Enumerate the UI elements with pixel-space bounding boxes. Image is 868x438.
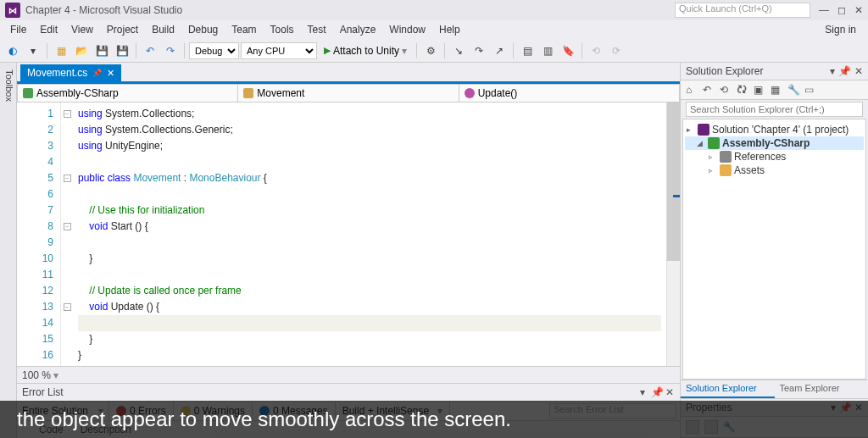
menu-project[interactable]: Project [100,22,145,37]
menu-tools[interactable]: Tools [264,22,301,37]
menu-edit[interactable]: Edit [33,22,64,37]
csharp-project-icon [708,137,720,149]
close-panel-icon[interactable]: ✕ [665,386,675,398]
step-out-icon[interactable]: ↗ [490,42,509,60]
menu-build[interactable]: Build [145,22,181,37]
close-icon[interactable]: ✕ [854,4,863,16]
nav-method-dropdown[interactable]: Update() [459,85,679,102]
window-title: Chapter 4 - Microsoft Visual Studio [25,4,675,16]
menu-test[interactable]: Test [301,22,333,37]
dropdown-icon: ▾ [402,45,407,57]
scrollbar-thumb[interactable] [667,103,680,261]
minimize-icon[interactable]: — [819,4,829,16]
tab-solution-explorer[interactable]: Solution Explorer [681,380,775,398]
expand-icon[interactable]: ◢ [697,139,705,147]
scrollbar-marker [673,195,680,197]
platform-select[interactable]: Any CPU [241,42,317,59]
properties-icon[interactable]: 🔧 [787,84,799,96]
back-icon[interactable]: ↶ [703,84,715,96]
close-panel-icon[interactable]: ✕ [854,65,863,77]
main-area: Toolbox Movement.cs 📌 ✕ Assembly-CSharp … [0,63,868,438]
home-icon[interactable]: ⌂ [686,84,698,96]
save-icon[interactable]: 💾 [92,42,111,60]
attach-to-unity-button[interactable]: ▶ Attach to Unity ▾ [319,42,412,59]
save-all-icon[interactable]: 💾 [113,42,131,60]
new-project-icon[interactable]: ▦ [52,42,70,60]
main-toolbar: ◐ ▾ ▦ 📂 💾 💾 ↶ ↷ Debug Any CPU ▶ Attach t… [0,39,868,63]
references-icon [720,151,732,163]
menu-help[interactable]: Help [432,22,467,37]
sign-in-link[interactable]: Sign in [825,24,856,36]
nav-forward-icon[interactable]: ▾ [24,42,42,60]
menu-debug[interactable]: Debug [181,22,225,37]
search-solution-input[interactable] [686,102,863,117]
tree-project-node[interactable]: ◢ Assembly-CSharp [685,136,864,150]
vertical-scrollbar[interactable] [666,103,680,366]
open-file-icon[interactable]: 📂 [72,42,91,60]
dropdown-icon[interactable]: ▾ [637,386,648,398]
uncomment-icon[interactable]: ▥ [538,42,557,60]
toolbar-separator [416,43,417,58]
error-list-title: Error List [22,386,64,398]
project-label: Assembly-CSharp [722,137,810,149]
show-all-icon[interactable]: ▦ [771,84,782,96]
redo-icon[interactable]: ↷ [161,42,180,60]
solution-icon [698,124,709,136]
zoom-dropdown[interactable]: 100 % [22,369,58,381]
toolbar-icon[interactable]: ⚙ [421,42,440,60]
line-number-gutter: 1234567891011121314151617 [17,103,61,366]
toolbar-separator [136,43,136,58]
expand-icon[interactable]: ▹ [709,166,717,175]
zoom-bar: 100 % [17,366,680,383]
toolbar-icon[interactable]: ⟳ [607,42,626,60]
panel-tools: ▾ 📌 ✕ [637,386,675,398]
tree-assets-node[interactable]: ▹ Assets [685,164,864,177]
menu-file[interactable]: File [3,22,33,37]
document-tab-movement[interactable]: Movement.cs 📌 ✕ [20,64,121,81]
attach-label: Attach to Unity [333,45,399,57]
tree-references-node[interactable]: ▹ References [685,150,864,164]
fold-column[interactable]: − − − − [61,103,73,366]
undo-icon[interactable]: ↶ [141,42,159,60]
document-tabs: Movement.cs 📌 ✕ [17,63,680,81]
code-content[interactable]: using System.Collections;using System.Co… [73,103,666,366]
bookmark-icon[interactable]: 🔖 [559,42,577,60]
error-list-header: Error List ▾ 📌 ✕ [17,384,680,401]
expand-icon[interactable]: ▹ [709,152,717,161]
solution-tree[interactable]: ▸ Solution 'Chapter 4' (1 project) ◢ Ass… [682,119,866,380]
maximize-icon[interactable]: ◻ [837,4,846,16]
dropdown-icon[interactable]: ▾ [830,65,835,77]
tab-team-explorer[interactable]: Team Explorer [775,380,869,398]
editor-column: Movement.cs 📌 ✕ Assembly-CSharp Movement… [17,63,680,438]
menu-analyze[interactable]: Analyze [333,22,383,37]
nav-back-icon[interactable]: ◐ [3,42,22,60]
solution-explorer-panel: Solution Explorer ▾ 📌 ✕ ⌂ ↶ ⟲ 🗘 ▣ ▦ 🔧 ▭ … [680,63,868,438]
nav-project-dropdown[interactable]: Assembly-CSharp [18,85,238,102]
nav-class-dropdown[interactable]: Movement [238,85,459,102]
collapse-icon[interactable]: ▣ [754,84,765,96]
menu-team[interactable]: Team [225,22,263,37]
comment-icon[interactable]: ▤ [518,42,537,60]
folder-icon [720,164,732,176]
tree-solution-node[interactable]: ▸ Solution 'Chapter 4' (1 project) [685,123,864,136]
menu-view[interactable]: View [64,22,100,37]
toolbar-icon[interactable]: ⟲ [587,42,605,60]
toolbox-tab[interactable]: Toolbox [0,63,17,438]
window-controls: — ◻ ✕ [819,4,863,16]
expand-icon[interactable]: ▸ [687,125,695,134]
pin-icon[interactable]: 📌 [651,386,661,398]
sync-icon[interactable]: ⟲ [720,84,732,96]
preview-icon[interactable]: ▭ [804,84,816,96]
pin-icon[interactable]: 📌 [838,65,851,77]
vs-logo-icon: ⋈ [5,3,20,18]
config-select[interactable]: Debug [189,42,239,59]
csharp-project-icon [23,88,33,98]
close-tab-icon[interactable]: ✕ [107,68,114,79]
refresh-icon[interactable]: 🗘 [737,84,748,96]
quick-launch-input[interactable]: Quick Launch (Ctrl+Q) [675,3,810,18]
menu-window[interactable]: Window [382,22,432,37]
code-editor[interactable]: 1234567891011121314151617 − − − − using … [17,103,680,366]
pin-icon[interactable]: 📌 [92,69,102,77]
step-over-icon[interactable]: ↷ [470,42,488,60]
step-into-icon[interactable]: ↘ [449,42,468,60]
